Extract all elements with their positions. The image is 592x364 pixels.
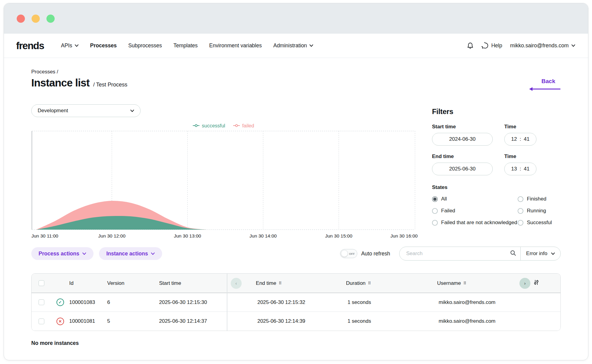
end-date-value: 2025-06-30 bbox=[449, 166, 476, 172]
table-row[interactable]: ✕10000108152025-06-30 12:14:372025-06-30… bbox=[32, 312, 560, 331]
end-time-time-label: Time bbox=[504, 153, 536, 160]
start-date-input[interactable]: 2024-06-30 bbox=[432, 133, 493, 146]
column-header-duration[interactable]: Duration⠿ bbox=[338, 280, 429, 286]
status-failed-icon: ✕ bbox=[56, 318, 64, 325]
x-tick-label: Jun 30 15:00 bbox=[325, 233, 352, 239]
x-tick-label: Jun 30 16:00 bbox=[390, 233, 418, 239]
cell-id: 100001083 bbox=[69, 299, 107, 305]
column-drag-icon[interactable]: ⠿ bbox=[463, 281, 466, 285]
instance-actions-label: Instance actions bbox=[106, 251, 148, 257]
search-input[interactable] bbox=[400, 247, 510, 260]
states-radio-group: AllFinishedFailedRunningFailed that are … bbox=[432, 196, 561, 226]
row-checkbox[interactable] bbox=[39, 299, 44, 305]
legend-item-successful[interactable]: successful bbox=[193, 123, 225, 129]
column-header-version[interactable]: Version bbox=[107, 280, 151, 286]
state-radio-failed-that-are-not-acknowledged[interactable]: Failed that are not acknowledged bbox=[432, 220, 517, 226]
row-checkbox[interactable] bbox=[39, 318, 44, 324]
legend-item-failed[interactable]: failed bbox=[233, 123, 254, 129]
end-date-input[interactable]: 2025-06-30 bbox=[432, 163, 493, 175]
chevron-down-icon bbox=[130, 110, 134, 112]
nav-item-templates[interactable]: Templates bbox=[173, 42, 198, 49]
start-minute: 41 bbox=[524, 136, 529, 142]
column-header-end-time[interactable]: End time⠿ bbox=[247, 280, 338, 286]
cell-version: 5 bbox=[107, 318, 151, 324]
environment-selected-value: Development bbox=[38, 108, 68, 114]
select-all-checkbox[interactable] bbox=[39, 280, 44, 286]
end-hour: 13 bbox=[511, 166, 517, 172]
cell-start-time: 2025-06-30 12:15:30 bbox=[151, 299, 227, 305]
radio-icon bbox=[432, 196, 438, 202]
column-drag-icon[interactable]: ⠿ bbox=[279, 281, 282, 285]
nav-item-administration[interactable]: Administration bbox=[273, 42, 313, 49]
state-radio-finished[interactable]: Finished bbox=[518, 196, 561, 202]
nav-menu: APIsProcessesSubprocessesTemplatesEnviro… bbox=[61, 42, 313, 49]
end-time-input[interactable]: 13 : 41 bbox=[504, 163, 536, 175]
frends-logo[interactable]: frends bbox=[16, 40, 44, 52]
chevron-down-icon bbox=[151, 252, 155, 255]
cell-end-time: 2025-06-30 12:14:39 bbox=[248, 318, 339, 324]
chevron-down-icon bbox=[75, 44, 79, 47]
process-actions-button[interactable]: Process actions bbox=[31, 247, 94, 260]
status-successful-icon: ✓ bbox=[56, 298, 64, 306]
column-header-start-time[interactable]: Start time bbox=[151, 280, 226, 286]
column-settings-icon[interactable] bbox=[533, 279, 539, 287]
nav-item-processes[interactable]: Processes bbox=[90, 42, 117, 49]
time-colon: : bbox=[520, 136, 521, 142]
breadcrumb[interactable]: Processes / bbox=[31, 69, 561, 75]
user-menu[interactable]: mikko.sairo@frends.com bbox=[510, 42, 575, 49]
search-container: Error info bbox=[399, 247, 561, 261]
scroll-columns-right-button[interactable]: › bbox=[519, 278, 530, 289]
auto-refresh-toggle[interactable]: OFF bbox=[340, 249, 357, 258]
cell-username: mikko.sairo@frends.com bbox=[430, 318, 519, 324]
column-drag-icon[interactable]: ⠿ bbox=[368, 281, 371, 285]
column-header-id[interactable]: Id bbox=[69, 280, 107, 286]
radio-icon bbox=[518, 196, 523, 202]
back-button[interactable]: Back bbox=[529, 78, 561, 91]
notifications-bell-icon[interactable] bbox=[467, 42, 474, 49]
traffic-light-close-button[interactable] bbox=[17, 15, 25, 23]
help-button[interactable]: Help bbox=[481, 42, 502, 49]
traffic-light-minimize-button[interactable] bbox=[32, 15, 40, 23]
user-email: mikko.sairo@frends.com bbox=[510, 42, 569, 49]
state-radio-running[interactable]: Running bbox=[518, 208, 561, 214]
toggle-state-label: OFF bbox=[349, 252, 355, 255]
nav-item-subprocesses[interactable]: Subprocesses bbox=[128, 42, 162, 49]
top-navigation: frends APIsProcessesSubprocessesTemplate… bbox=[4, 34, 588, 58]
error-info-label: Error info bbox=[526, 251, 547, 257]
radio-icon bbox=[518, 208, 523, 214]
help-label: Help bbox=[491, 42, 502, 49]
start-hour: 12 bbox=[511, 136, 517, 142]
table-row[interactable]: ✓10000108362025-06-30 12:15:302025-06-30… bbox=[32, 293, 560, 312]
start-date-value: 2024-06-30 bbox=[449, 136, 476, 142]
search-icon[interactable] bbox=[510, 250, 516, 257]
x-tick-label: Jun 30 13:00 bbox=[174, 233, 201, 239]
nav-item-apis[interactable]: APIs bbox=[61, 42, 79, 49]
instance-actions-button[interactable]: Instance actions bbox=[99, 247, 162, 260]
table-header: Id Version Start time ‹ End time⠿ Durati… bbox=[32, 274, 560, 293]
cell-duration: 1 seconds bbox=[339, 318, 430, 324]
process-actions-label: Process actions bbox=[39, 251, 79, 257]
frozen-columns-divider bbox=[227, 274, 227, 331]
start-time-input[interactable]: 12 : 41 bbox=[504, 133, 536, 146]
cell-username: mikko.sairo@frends.com bbox=[430, 299, 519, 305]
column-header-username[interactable]: Username⠿ bbox=[429, 280, 519, 286]
environment-select[interactable]: Development bbox=[31, 104, 141, 117]
cell-version: 6 bbox=[107, 299, 151, 305]
chevron-down-icon bbox=[309, 44, 313, 47]
app-window: frends APIsProcessesSubprocessesTemplate… bbox=[4, 3, 588, 360]
window-titlebar bbox=[4, 3, 588, 34]
state-radio-all[interactable]: All bbox=[432, 196, 517, 202]
radio-icon bbox=[432, 208, 438, 214]
error-info-select[interactable]: Error info bbox=[521, 251, 560, 257]
x-tick-label: Jun 30 12:00 bbox=[98, 233, 126, 239]
legend-marker-icon bbox=[193, 124, 199, 127]
state-radio-failed[interactable]: Failed bbox=[432, 208, 517, 214]
toggle-knob bbox=[341, 250, 348, 257]
state-radio-successful[interactable]: Successful bbox=[518, 220, 561, 226]
traffic-light-maximize-button[interactable] bbox=[46, 15, 55, 23]
action-row: Process actions Instance actions OFF Aut… bbox=[31, 247, 561, 261]
nav-item-environment-variables[interactable]: Environment variables bbox=[209, 42, 262, 49]
start-time-time-label: Time bbox=[504, 124, 536, 130]
auto-refresh-label: Auto refresh bbox=[361, 251, 390, 257]
scroll-columns-left-button[interactable]: ‹ bbox=[231, 278, 242, 289]
